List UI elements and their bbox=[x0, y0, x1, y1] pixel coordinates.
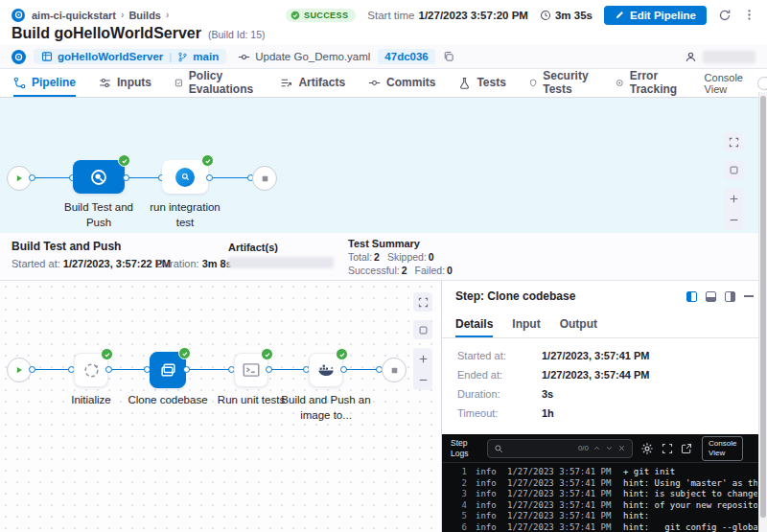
step-label[interactable]: Build and Push an image to... bbox=[279, 393, 373, 423]
clock-icon bbox=[540, 10, 551, 21]
log-search-box[interactable]: 0/0 bbox=[487, 439, 633, 458]
more-options-icon[interactable] bbox=[743, 9, 755, 21]
zoom-in-button[interactable] bbox=[724, 188, 743, 209]
terminal-icon bbox=[242, 360, 261, 380]
fit-to-screen-icon[interactable] bbox=[413, 320, 432, 339]
tab-policy-evaluations[interactable]: Policy Evaluations bbox=[174, 69, 257, 97]
log-open-external-icon[interactable] bbox=[681, 443, 692, 454]
step-label[interactable]: Initialize bbox=[53, 393, 129, 408]
stage-flow-line bbox=[19, 177, 270, 178]
layout-split-view-icon[interactable] bbox=[686, 291, 697, 302]
step-details-list: Started at:1/27/2023, 3:57:41 PM Ended a… bbox=[442, 338, 767, 434]
tab-security-tests[interactable]: Security Tests bbox=[529, 69, 593, 97]
stage-node-build-test-push[interactable] bbox=[73, 160, 125, 194]
tests-flask-icon bbox=[458, 77, 471, 89]
tab-commits[interactable]: Commits bbox=[368, 69, 435, 97]
breadcrumb-project[interactable]: aim-ci-quickstart bbox=[32, 10, 116, 21]
test-summary-line1: Total:2Skipped:0 bbox=[348, 251, 442, 263]
layout-right-view-icon[interactable] bbox=[725, 291, 735, 302]
breadcrumb-separator: › bbox=[121, 10, 124, 20]
pipeline-end-node[interactable] bbox=[252, 166, 277, 191]
refresh-icon[interactable] bbox=[718, 9, 732, 22]
tab-pipeline[interactable]: Pipeline bbox=[13, 69, 76, 97]
log-fullscreen-icon[interactable] bbox=[662, 443, 673, 454]
step-label[interactable]: Clone codebase bbox=[120, 393, 216, 408]
minimize-panel-icon[interactable] bbox=[744, 295, 754, 297]
log-line: 5info1/27/2023 3:57:41 PMhint: bbox=[442, 511, 767, 522]
chip-divider: | bbox=[169, 51, 172, 62]
console-header: StepLogs 0/0 bbox=[442, 434, 767, 463]
stage-node-run-integration-test[interactable] bbox=[162, 160, 208, 194]
user-name-redacted bbox=[703, 51, 755, 63]
connector-dot bbox=[340, 366, 347, 373]
error-tracking-icon bbox=[616, 77, 624, 89]
log-settings-gear-icon[interactable] bbox=[640, 442, 654, 455]
shield-icon bbox=[529, 77, 537, 89]
tab-tests[interactable]: Tests bbox=[458, 69, 505, 97]
expand-canvas-icon[interactable] bbox=[413, 292, 432, 312]
commit-sha-chip[interactable]: 47dc036 bbox=[378, 49, 434, 64]
stage-canvas-controls bbox=[724, 132, 743, 230]
build-tabbar: Pipeline Inputs Policy Evaluations Artif… bbox=[0, 69, 767, 98]
policy-check-icon bbox=[174, 77, 183, 89]
search-next-icon[interactable] bbox=[605, 444, 614, 452]
page-scrollbar[interactable] bbox=[758, 92, 767, 532]
connector-dot bbox=[266, 366, 272, 373]
step-success-badge bbox=[336, 348, 348, 360]
zoom-in-button[interactable] bbox=[413, 348, 432, 369]
fit-to-screen-icon[interactable] bbox=[724, 160, 743, 179]
docker-icon bbox=[316, 360, 336, 380]
artifacts-label: Artifact(s) bbox=[228, 242, 278, 253]
step-node-initialize[interactable] bbox=[74, 353, 108, 387]
step-node-run-unit-tests[interactable] bbox=[234, 353, 268, 387]
repo-branch-chip[interactable]: goHelloWorldServer | main bbox=[34, 49, 226, 64]
ci-stage-icon bbox=[175, 168, 195, 187]
stage-duration: Duration:3m 8s bbox=[156, 258, 232, 269]
console-view-button[interactable]: ConsoleView bbox=[702, 436, 743, 461]
copy-sha-icon[interactable] bbox=[443, 51, 454, 62]
search-prev-icon[interactable] bbox=[593, 444, 601, 452]
start-time-value: 1/27/2023 3:57:20 PM bbox=[419, 10, 528, 21]
stage-success-badge bbox=[118, 154, 130, 167]
zoom-out-button[interactable] bbox=[724, 209, 743, 230]
console-log-panel: StepLogs 0/0 bbox=[442, 434, 767, 532]
pipeline-icon bbox=[13, 77, 26, 89]
connector-dot bbox=[29, 174, 35, 181]
triggered-by bbox=[685, 51, 755, 63]
stage-label[interactable]: run integration test bbox=[142, 200, 228, 230]
tab-artifacts[interactable]: Artifacts bbox=[280, 69, 345, 97]
search-close-icon[interactable] bbox=[617, 444, 626, 452]
log-search-input[interactable] bbox=[507, 444, 574, 453]
stage-graph-canvas: Build Test and Push run integration test bbox=[0, 98, 767, 233]
artifacts-icon bbox=[280, 77, 292, 89]
top-header-row: aim-ci-quickstart › Builds › SUCCESS Sta… bbox=[0, 0, 767, 23]
repository-icon bbox=[41, 51, 53, 62]
edit-pipeline-button[interactable]: Edit Pipeline bbox=[604, 6, 707, 25]
step-node-build-push-image[interactable] bbox=[309, 353, 343, 387]
step-success-badge bbox=[101, 348, 113, 360]
branch-name: main bbox=[193, 51, 219, 62]
step-logs-title: StepLogs bbox=[451, 438, 479, 458]
log-lines[interactable]: 1info1/27/2023 3:57:41 PM+ git init 2inf… bbox=[442, 463, 767, 532]
tab-error-tracking[interactable]: Error Tracking bbox=[616, 69, 681, 97]
detail-row: Timeout:1h bbox=[457, 407, 752, 419]
zoom-controls bbox=[413, 348, 432, 390]
connector-dot bbox=[123, 174, 129, 181]
breadcrumb-builds[interactable]: Builds bbox=[128, 10, 161, 21]
step-node-clone-codebase[interactable] bbox=[150, 352, 186, 388]
tab-details[interactable]: Details bbox=[455, 312, 493, 337]
commit-icon bbox=[238, 51, 250, 63]
tab-output[interactable]: Output bbox=[560, 312, 597, 337]
layout-bottom-view-icon[interactable] bbox=[706, 291, 716, 302]
scrollbar-thumb[interactable] bbox=[760, 96, 766, 518]
tab-inputs[interactable]: Inputs bbox=[99, 69, 151, 97]
artifact-link-redacted[interactable] bbox=[228, 257, 334, 268]
tab-input[interactable]: Input bbox=[512, 312, 540, 337]
stage-started-at: Started at:1/27/2023, 3:57:22 PM bbox=[12, 258, 171, 269]
stage-end-node[interactable] bbox=[382, 358, 407, 382]
zoom-out-button[interactable] bbox=[413, 369, 432, 390]
log-line: 1info1/27/2023 3:57:41 PM+ git init bbox=[442, 467, 767, 478]
console-view-toggle[interactable] bbox=[757, 77, 767, 90]
stage-label[interactable]: Build Test and Push bbox=[56, 200, 142, 230]
expand-canvas-icon[interactable] bbox=[724, 132, 743, 151]
